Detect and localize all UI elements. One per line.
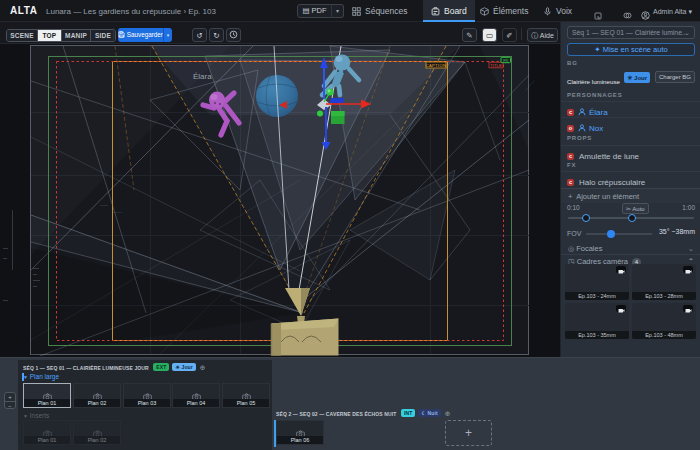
svg-text:FR: FR [503, 59, 508, 63]
svg-text:CAPTION: CAPTION [426, 63, 447, 68]
svg-text:TITLE: TITLE [490, 63, 502, 68]
svg-text:Élara: Élara [193, 72, 212, 81]
